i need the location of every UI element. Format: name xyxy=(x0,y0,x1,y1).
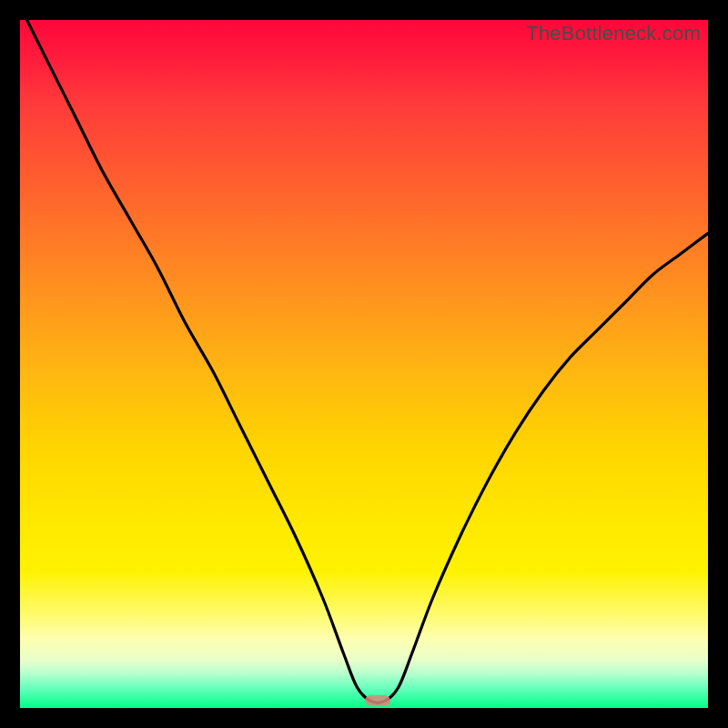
minimum-marker xyxy=(365,695,390,706)
bottleneck-curve xyxy=(20,20,708,708)
curve-path xyxy=(27,20,708,703)
chart-frame: TheBottleneck.com xyxy=(0,0,728,728)
plot-area: TheBottleneck.com xyxy=(20,20,708,708)
